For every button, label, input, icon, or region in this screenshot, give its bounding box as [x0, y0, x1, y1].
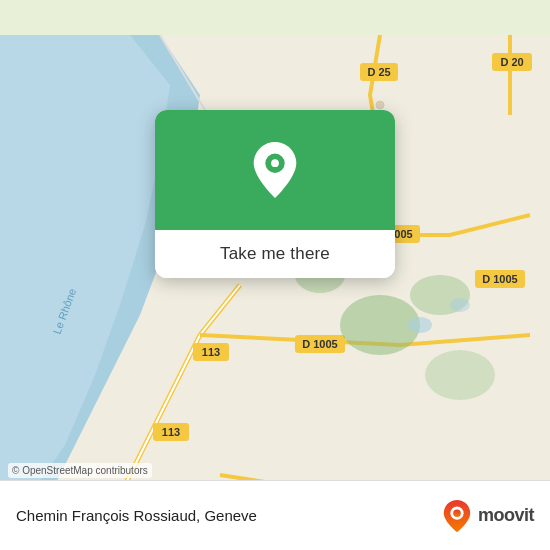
map-container: 113 113 D 25 D 20 D 1005 D 1005 D 1005 1…: [0, 0, 550, 550]
osm-attribution: © OpenStreetMap contributors: [8, 463, 152, 478]
svg-point-22: [425, 350, 495, 400]
svg-point-27: [376, 101, 384, 109]
svg-point-31: [453, 509, 461, 517]
svg-text:D 1005: D 1005: [482, 273, 517, 285]
svg-text:113: 113: [202, 346, 220, 358]
svg-point-29: [271, 159, 279, 167]
svg-point-24: [408, 317, 432, 333]
svg-point-25: [450, 298, 470, 312]
svg-text:D 25: D 25: [367, 66, 390, 78]
card-button-section[interactable]: Take me there: [155, 230, 395, 278]
moovit-text: moovit: [478, 505, 534, 526]
take-me-there-button[interactable]: Take me there: [220, 244, 330, 264]
moovit-logo: moovit: [442, 499, 534, 533]
svg-text:113: 113: [162, 426, 180, 438]
attribution-text: © OpenStreetMap contributors: [12, 465, 148, 476]
card-green-section: [155, 110, 395, 230]
bottom-bar: Chemin François Rossiaud, Geneve moovit: [0, 480, 550, 550]
location-name: Chemin François Rossiaud, Geneve: [16, 507, 257, 524]
moovit-pin-icon: [442, 499, 472, 533]
popup-card: Take me there: [155, 110, 395, 278]
svg-text:D 1005: D 1005: [302, 338, 337, 350]
location-pin-icon: [248, 140, 302, 200]
svg-text:D 20: D 20: [500, 56, 523, 68]
